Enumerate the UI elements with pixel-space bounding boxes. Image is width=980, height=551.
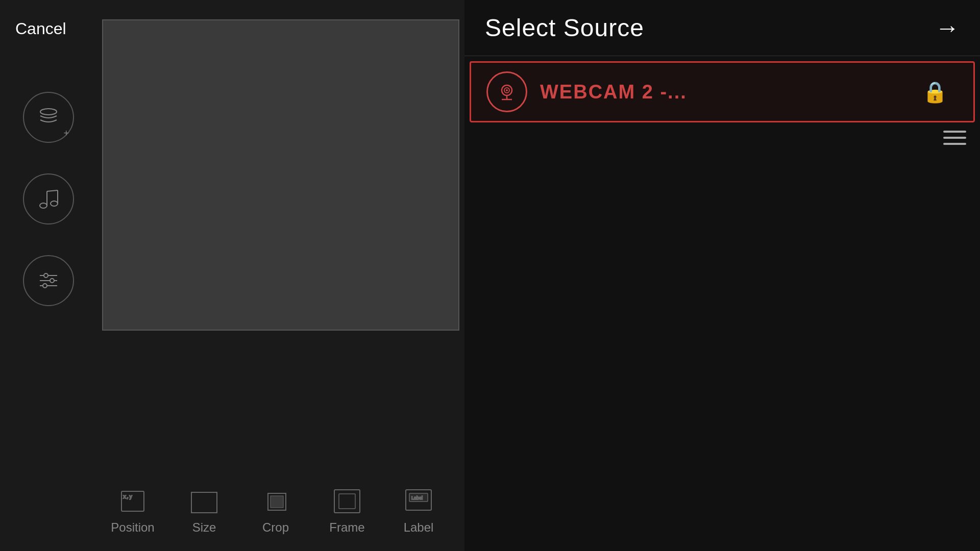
label-label: Label (404, 520, 434, 535)
svg-point-24 (506, 89, 508, 91)
position-label: Position (111, 520, 154, 535)
webcam-circle-icon (486, 71, 527, 112)
toolbar-label-btn[interactable]: Label Label (393, 486, 444, 535)
right-panel: Select Source → WEBCAM 2 -... 🔒 (464, 0, 980, 551)
source-item-webcam[interactable]: WEBCAM 2 -... 🔒 (470, 61, 975, 122)
frame-icon (329, 486, 365, 516)
layers-icon (36, 105, 61, 130)
layers-button[interactable]: + (23, 92, 74, 143)
music-icon (36, 186, 61, 212)
source-list: WEBCAM 2 -... 🔒 (464, 56, 980, 551)
size-label: Size (192, 520, 216, 535)
crop-icon (258, 486, 293, 516)
svg-point-1 (40, 203, 47, 208)
right-header: Select Source → (464, 0, 980, 56)
position-icon: x,y (115, 486, 151, 516)
next-arrow-button[interactable]: → (935, 16, 960, 40)
webcam-source-name: WEBCAM 2 -... (540, 81, 922, 103)
svg-rect-18 (339, 494, 355, 509)
hamburger-menu-button[interactable] (939, 122, 970, 153)
toolbar-position[interactable]: x,y Position (107, 486, 158, 535)
svg-rect-16 (271, 496, 283, 508)
layers-plus-badge: + (63, 129, 69, 138)
label-icon: Label (401, 486, 436, 516)
select-source-title: Select Source (485, 14, 644, 42)
svg-text:x,y: x,y (123, 494, 132, 499)
svg-text:Label: Label (411, 495, 423, 500)
hamburger-line-1 (943, 131, 966, 133)
lock-icon: 🔒 (922, 80, 948, 104)
svg-rect-14 (191, 492, 217, 513)
size-icon (186, 486, 222, 516)
svg-line-5 (47, 190, 58, 191)
svg-point-0 (40, 109, 57, 115)
settings-button[interactable] (23, 255, 74, 306)
toolbar-size[interactable]: Size (179, 486, 230, 535)
bottom-toolbar: x,y Position Size Crop (97, 469, 464, 551)
preview-frame (102, 19, 459, 331)
left-panel: Cancel + (0, 0, 97, 551)
webcam-svg-icon (494, 79, 520, 105)
hamburger-line-3 (943, 143, 966, 145)
frame-label: Frame (329, 520, 364, 535)
toolbar-frame[interactable]: Frame (322, 486, 373, 535)
svg-point-7 (44, 273, 48, 278)
main-preview-area (97, 0, 464, 337)
crop-label: Crop (262, 520, 289, 535)
cancel-button[interactable]: Cancel (15, 19, 66, 38)
hamburger-line-2 (943, 137, 966, 139)
music-button[interactable] (23, 173, 74, 224)
svg-point-2 (51, 201, 58, 206)
svg-rect-17 (334, 490, 360, 513)
toolbar-crop[interactable]: Crop (250, 486, 301, 535)
mixer-icon (36, 268, 61, 293)
svg-point-9 (50, 279, 54, 283)
svg-point-11 (43, 284, 47, 288)
